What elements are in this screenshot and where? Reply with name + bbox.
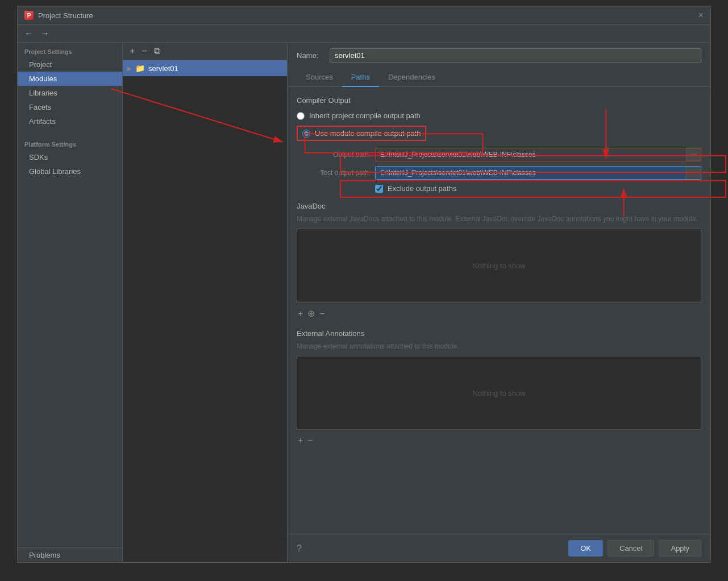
sidebar: Project Settings Project Modules Librari… <box>18 43 123 562</box>
exclude-checkbox-row: Exclude output paths <box>375 184 701 193</box>
nav-toolbar: ← → <box>18 25 710 43</box>
exclude-checkbox[interactable] <box>375 185 383 193</box>
tab-paths-label: Paths <box>351 73 370 81</box>
sidebar-item-libraries[interactable]: Libraries <box>18 86 122 100</box>
close-button[interactable]: × <box>698 11 704 20</box>
module-list: ▶ 📁 servlet01 <box>123 60 287 562</box>
inherit-radio[interactable] <box>297 112 305 120</box>
module-toolbar: + − ⧉ <box>123 43 287 60</box>
sidebar-item-sdks-label: SDKs <box>29 153 48 161</box>
use-module-highlight-box: Use module compile output path <box>297 126 426 141</box>
tab-dependencies[interactable]: Dependencies <box>379 68 444 87</box>
content-area: Project Settings Project Modules Librari… <box>18 43 710 562</box>
title-bar-left: P Project Structure <box>24 11 93 20</box>
sidebar-item-facets-label: Facets <box>29 103 51 111</box>
sidebar-item-artifacts-label: Artifacts <box>29 117 56 126</box>
sidebar-bottom: Problems <box>18 547 122 562</box>
bottom-bar: ? OK Cancel Apply <box>288 534 710 562</box>
javadoc-desc: Manage external JavaDocs attached to thi… <box>297 214 701 224</box>
cancel-button[interactable]: Cancel <box>608 540 654 557</box>
test-output-path-browse-button[interactable]: ⋯ <box>686 167 701 179</box>
sidebar-item-artifacts[interactable]: Artifacts <box>18 114 122 128</box>
output-path-browse-button[interactable]: ⋯ <box>686 148 701 161</box>
sidebar-item-problems[interactable]: Problems <box>18 548 122 562</box>
test-output-path-label: Test output path: <box>297 169 371 177</box>
sidebar-item-project-label: Project <box>29 60 52 69</box>
use-module-radio[interactable] <box>302 130 310 138</box>
forward-button[interactable]: → <box>38 27 52 40</box>
javadoc-empty-area: Nothing to show <box>297 229 701 302</box>
remove-module-button[interactable]: − <box>139 45 149 57</box>
apply-button[interactable]: Apply <box>659 540 701 557</box>
tabs: Sources Paths Dependencies <box>288 68 710 87</box>
add-module-button[interactable]: + <box>127 45 137 57</box>
sidebar-item-sdks[interactable]: SDKs <box>18 150 122 164</box>
external-annotations-toolbar: + − <box>297 434 701 447</box>
output-path-input-wrap: ⋯ <box>375 148 701 161</box>
test-output-path-input-wrap: ⋯ <box>375 166 701 180</box>
sidebar-item-global-libraries[interactable]: Global Libraries <box>18 164 122 179</box>
compiler-output-heading: Compiler Output <box>297 96 701 105</box>
name-input[interactable] <box>330 48 701 63</box>
module-name: servlet01 <box>148 64 178 73</box>
name-label: Name: <box>297 51 325 60</box>
title-bar: P Project Structure × <box>18 6 710 25</box>
tab-paths[interactable]: Paths <box>342 68 379 87</box>
javadoc-add-button[interactable]: + <box>297 308 304 320</box>
right-panel: Name: Sources Paths Dependencies Compile… <box>288 43 710 562</box>
use-module-radio-option[interactable]: Use module compile output path <box>297 126 701 141</box>
external-annotations-desc: Manage external annotations attached to … <box>297 341 701 351</box>
project-structure-dialog: P Project Structure × ← → Project Settin… <box>17 6 711 563</box>
sidebar-item-problems-label: Problems <box>29 551 60 559</box>
back-button[interactable]: ← <box>22 27 36 40</box>
folder-icon: 📁 <box>135 64 145 73</box>
javadoc-empty-text: Nothing to show <box>472 262 525 270</box>
javadoc-remove-button[interactable]: − <box>318 308 326 320</box>
output-path-input[interactable] <box>376 148 701 161</box>
chevron-right-icon: ▶ <box>127 65 132 72</box>
name-row: Name: <box>288 43 710 68</box>
sidebar-item-project[interactable]: Project <box>18 57 122 72</box>
sidebar-item-facets[interactable]: Facets <box>18 100 122 114</box>
inherit-radio-option[interactable]: Inherit project compile output path <box>297 111 701 120</box>
external-annotations-title: External Annotations <box>297 329 701 338</box>
javadoc-title: JavaDoc <box>297 202 701 210</box>
tab-sources[interactable]: Sources <box>297 68 342 87</box>
ext-ann-add-button[interactable]: + <box>297 434 304 447</box>
module-panel: + − ⧉ ▶ 📁 servlet01 <box>123 43 288 562</box>
sidebar-item-libraries-label: Libraries <box>29 89 57 97</box>
app-icon: P <box>24 11 34 20</box>
help-button[interactable]: ? <box>297 543 302 554</box>
copy-module-button[interactable]: ⧉ <box>152 45 163 57</box>
ext-ann-remove-button[interactable]: − <box>306 434 314 447</box>
javadoc-add-url-button[interactable]: ⊕ <box>306 307 316 320</box>
javadoc-toolbar: + ⊕ − <box>297 307 701 320</box>
inherit-radio-label: Inherit project compile output path <box>309 111 421 120</box>
sidebar-item-global-libraries-label: Global Libraries <box>29 167 81 176</box>
module-item[interactable]: ▶ 📁 servlet01 <box>123 60 287 76</box>
exclude-checkbox-label: Exclude output paths <box>388 184 456 193</box>
dialog-title: Project Structure <box>38 11 93 20</box>
ok-button[interactable]: OK <box>568 540 603 557</box>
external-annotations-empty-text: Nothing to show <box>472 389 525 397</box>
platform-settings-label: Platform Settings <box>18 135 122 150</box>
external-annotations-empty-area: Nothing to show <box>297 356 701 430</box>
project-settings-label: Project Settings <box>18 43 122 57</box>
tab-sources-label: Sources <box>306 73 333 81</box>
paths-tab-content: Compiler Output Inherit project compile … <box>288 87 710 534</box>
test-output-path-row: Test output path: ⋯ <box>297 166 701 180</box>
test-output-path-input[interactable] <box>376 167 701 179</box>
use-module-radio-label: Use module compile output path <box>315 129 421 138</box>
sidebar-item-modules-label: Modules <box>29 74 57 83</box>
output-path-label: Output path: <box>297 151 371 159</box>
tab-dependencies-label: Dependencies <box>388 73 435 81</box>
output-path-row: Output path: ⋯ <box>297 148 701 161</box>
sidebar-item-modules[interactable]: Modules <box>18 72 122 86</box>
